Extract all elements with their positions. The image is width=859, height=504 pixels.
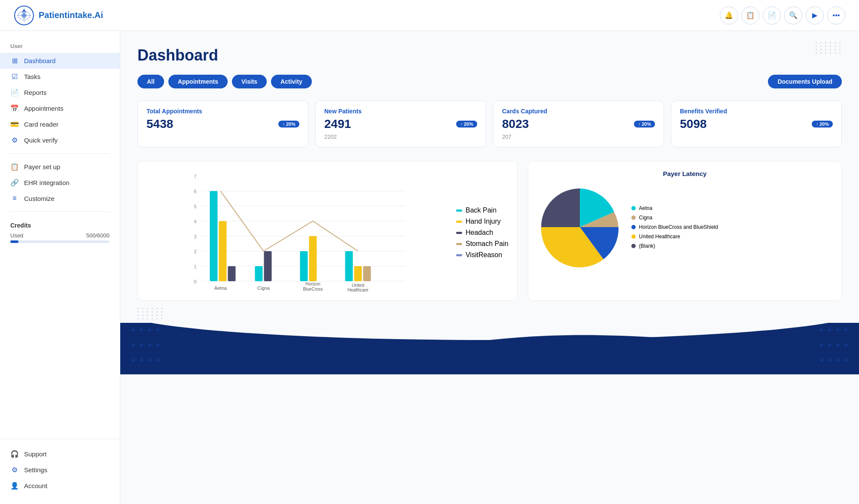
user-section-label: User bbox=[0, 43, 120, 53]
svg-rect-24 bbox=[255, 266, 262, 281]
cross-decoration-right: + + + ++ + + ++ + + + bbox=[819, 323, 849, 367]
filter-visits-button[interactable]: Visits bbox=[232, 75, 267, 88]
svg-rect-27 bbox=[309, 236, 317, 281]
stat-badge-text-0: 20% bbox=[286, 121, 295, 127]
main-layout: User ⊞ Dashboard ☑ Tasks 📄 Reports 📅 App… bbox=[0, 31, 859, 504]
sidebar-item-ehr-label: EHR integration bbox=[24, 179, 70, 186]
card-reader-icon: 💳 bbox=[10, 120, 19, 128]
content-inner: Dashboard All Appointments Visits Activi… bbox=[120, 31, 859, 323]
sidebar-item-support[interactable]: 🎧 Support bbox=[0, 446, 120, 462]
top-bar: Patientintake.Ai 🔔 📋 📄 🔍 ▶ ••• bbox=[0, 0, 859, 31]
pie-chart-title: Payer Latency bbox=[537, 170, 833, 177]
stat-value-new-patients: 2491 bbox=[324, 117, 351, 131]
bar-chart-svg: 0 1 2 3 4 5 6 7 bbox=[146, 172, 449, 292]
svg-text:2: 2 bbox=[194, 249, 196, 254]
pie-chart-legend: Aetna Cigna Horizon BlueCross and BlueSh… bbox=[631, 205, 718, 249]
svg-text:6: 6 bbox=[194, 189, 196, 194]
svg-text:Cigna: Cigna bbox=[257, 285, 270, 291]
sidebar-item-dashboard[interactable]: ⊞ Dashboard bbox=[0, 53, 120, 69]
pie-dot-horizon bbox=[631, 225, 636, 229]
search-button[interactable]: 🔍 bbox=[784, 6, 802, 24]
svg-text:3: 3 bbox=[194, 234, 196, 239]
stats-row: Total Appointments 5438 ↑ 20% New Patien… bbox=[137, 100, 842, 147]
stat-badge-arrow-0: ↑ bbox=[282, 121, 285, 127]
svg-text:BlueCross: BlueCross bbox=[303, 287, 323, 291]
sidebar-item-support-label: Support bbox=[24, 450, 47, 458]
bar-chart-card: 0 1 2 3 4 5 6 7 bbox=[137, 161, 518, 301]
dashboard-icon: ⊞ bbox=[10, 57, 19, 65]
quick-verify-icon: ⚙ bbox=[10, 136, 19, 144]
svg-rect-29 bbox=[354, 266, 362, 281]
stat-badge-text-1: 20% bbox=[464, 121, 473, 127]
sidebar-item-tasks[interactable]: ☑ Tasks bbox=[0, 69, 120, 85]
sidebar: User ⊞ Dashboard ☑ Tasks 📄 Reports 📅 App… bbox=[0, 31, 120, 504]
logo-area: Patientintake.Ai bbox=[14, 5, 103, 26]
pie-legend-horizon: Horizon BlueCross and BlueShield bbox=[631, 224, 718, 230]
legend-dot-stomach-pain bbox=[456, 243, 462, 245]
bell-button[interactable]: 🔔 bbox=[720, 6, 738, 24]
sidebar-item-card-reader[interactable]: 💳 Card reader bbox=[0, 116, 120, 132]
charts-row: 0 1 2 3 4 5 6 7 bbox=[137, 161, 842, 301]
more-button[interactable]: ••• bbox=[827, 6, 845, 24]
stat-badge-new-patients: ↑ 20% bbox=[456, 121, 477, 128]
sidebar-item-reports-label: Reports bbox=[24, 89, 47, 96]
account-icon: 👤 bbox=[10, 482, 19, 490]
legend-label-hand-injury: Hand Injury bbox=[466, 218, 501, 225]
bar-chart-inner: 0 1 2 3 4 5 6 7 bbox=[146, 172, 509, 294]
sidebar-item-appointments[interactable]: 📅 Appointments bbox=[0, 100, 120, 116]
stat-badge-cards-captured: ↑ 20% bbox=[634, 121, 655, 128]
stat-card-new-patients: New Patients 2491 ↑ 20% 2202 bbox=[315, 100, 486, 147]
stat-label-benefits-verified: Benefits Verified bbox=[680, 108, 833, 115]
filter-appointments-button[interactable]: Appointments bbox=[168, 75, 228, 88]
pie-label-aetna: Aetna bbox=[639, 205, 652, 211]
svg-rect-25 bbox=[264, 251, 271, 281]
sidebar-item-customize[interactable]: ≡ Customize bbox=[0, 191, 120, 206]
svg-rect-21 bbox=[210, 191, 217, 281]
pie-legend-cigna: Cigna bbox=[631, 215, 718, 221]
svg-rect-28 bbox=[345, 251, 353, 281]
legend-back-pain: Back Pain bbox=[456, 206, 509, 214]
settings-icon: ⚙ bbox=[10, 466, 19, 474]
sidebar-item-settings[interactable]: ⚙ Settings bbox=[0, 462, 120, 478]
legend-dot-back-pain bbox=[456, 209, 462, 212]
sidebar-item-quick-verify-label: Quick verify bbox=[24, 137, 58, 144]
top-icons-group: 🔔 📋 📄 🔍 ▶ ••• bbox=[720, 6, 845, 24]
pie-legend-blank: (Blank) bbox=[631, 243, 718, 249]
filter-all-button[interactable]: All bbox=[137, 75, 164, 88]
filter-activity-button[interactable]: Activity bbox=[271, 75, 312, 88]
reports-icon: 📄 bbox=[10, 88, 19, 97]
pie-dot-united bbox=[631, 234, 636, 239]
sidebar-item-account[interactable]: 👤 Account bbox=[0, 478, 120, 494]
svg-text:Healthcare: Healthcare bbox=[347, 288, 369, 292]
legend-hand-injury: Hand Injury bbox=[456, 218, 509, 225]
tasks-icon: ☑ bbox=[10, 73, 19, 81]
pie-chart-svg bbox=[537, 184, 623, 270]
stat-badge-arrow-3: ↑ bbox=[816, 121, 818, 127]
bar-chart-area: 0 1 2 3 4 5 6 7 bbox=[146, 172, 449, 294]
stat-label-new-patients: New Patients bbox=[324, 108, 477, 115]
sidebar-item-appointments-label: Appointments bbox=[24, 105, 64, 112]
sidebar-item-ehr-integration[interactable]: 🔗 EHR integration bbox=[0, 175, 120, 191]
sidebar-item-payer-setup[interactable]: 📋 Payer set up bbox=[0, 159, 120, 175]
stat-badge-text-3: 20% bbox=[819, 121, 829, 127]
video-button[interactable]: ▶ bbox=[806, 6, 824, 24]
wave-footer: + + + ++ + + ++ + + + + + + ++ + + ++ + … bbox=[120, 323, 859, 374]
pie-chart-inner: Aetna Cigna Horizon BlueCross and BlueSh… bbox=[537, 184, 833, 270]
stat-label-total-appointments: Total Appointments bbox=[146, 108, 299, 115]
payer-setup-icon: 📋 bbox=[10, 163, 19, 171]
stat-badge-arrow-2: ↑ bbox=[638, 121, 640, 127]
support-icon: 🎧 bbox=[10, 450, 19, 458]
bar-chart-legend: Back Pain Hand Injury Headach bbox=[456, 172, 509, 294]
sidebar-item-quick-verify[interactable]: ⚙ Quick verify bbox=[0, 132, 120, 148]
svg-text:7: 7 bbox=[194, 174, 196, 179]
svg-text:Aetna: Aetna bbox=[214, 285, 227, 291]
sidebar-item-reports[interactable]: 📄 Reports bbox=[0, 85, 120, 100]
report1-button[interactable]: 📋 bbox=[741, 6, 759, 24]
svg-text:0: 0 bbox=[194, 279, 196, 284]
documents-upload-button[interactable]: Documents Upload bbox=[768, 75, 842, 88]
credits-section: Credits Used 500/6000 bbox=[0, 217, 120, 248]
legend-dot-headach bbox=[456, 232, 462, 234]
pie-label-horizon: Horizon BlueCross and BlueShield bbox=[639, 224, 718, 230]
report2-button[interactable]: 📄 bbox=[763, 6, 781, 24]
page-title: Dashboard bbox=[137, 46, 842, 64]
